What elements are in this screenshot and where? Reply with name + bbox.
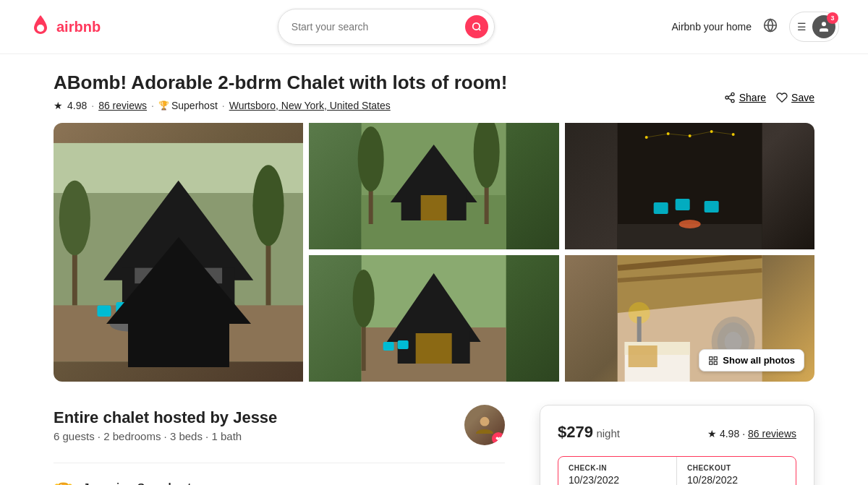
svg-rect-55 xyxy=(398,340,409,349)
svg-point-0 xyxy=(37,25,44,32)
svg-rect-17 xyxy=(135,304,148,316)
svg-point-21 xyxy=(59,181,90,256)
svg-rect-28 xyxy=(421,195,447,220)
logo-text: airbnb xyxy=(56,19,101,35)
listing-left: Entire chalet hosted by Jesse 6 guests ·… xyxy=(54,405,505,485)
show-photos-label: Show all photos xyxy=(723,355,795,366)
price-row: $279 night ★ 4.98 · 86 reviews xyxy=(558,423,796,442)
svg-rect-67 xyxy=(628,345,657,367)
per-night-label: night xyxy=(596,427,620,439)
svg-rect-12 xyxy=(163,280,194,306)
booking-rating: ★ 4.98 · 86 reviews xyxy=(707,428,796,439)
photo-grid: Show all photos xyxy=(54,123,814,382)
host-heart-icon: ❤ xyxy=(492,432,505,445)
globe-icon[interactable] xyxy=(763,18,778,36)
svg-rect-69 xyxy=(637,317,641,342)
svg-point-3 xyxy=(822,22,826,26)
svg-rect-54 xyxy=(383,342,394,351)
superhost-badge: 🏆 Superhost xyxy=(158,100,218,111)
svg-rect-45 xyxy=(675,199,689,210)
superhost-icon: 🏆 xyxy=(158,100,169,111)
user-menu[interactable]: ☰ 3 xyxy=(789,12,839,42)
svg-rect-53 xyxy=(416,333,452,364)
rating-value: 4.98 xyxy=(67,100,87,111)
checkout-box[interactable]: CHECKOUT 10/28/2022 xyxy=(677,457,796,485)
booking-rating-value: 4.98 xyxy=(720,428,739,439)
svg-rect-18 xyxy=(153,302,167,314)
hosted-details: 6 guests · 2 bedrooms · 3 beds · 1 bath xyxy=(54,430,277,442)
svg-rect-72 xyxy=(710,361,712,364)
notification-badge: 3 xyxy=(827,12,838,24)
svg-rect-15 xyxy=(97,305,111,317)
superhost-title: Jesse is a Superhost xyxy=(83,481,505,485)
svg-point-6 xyxy=(731,99,734,102)
superhost-label: Superhost xyxy=(171,100,218,111)
svg-point-5 xyxy=(726,96,728,99)
hosted-by-section: Entire chalet hosted by Jesse 6 guests ·… xyxy=(54,405,505,463)
logo-icon xyxy=(29,14,52,40)
svg-rect-13 xyxy=(135,268,153,284)
listing-actions: Share Save xyxy=(724,92,814,103)
svg-point-4 xyxy=(731,93,734,95)
hosted-title: Entire chalet hosted by Jesse xyxy=(54,408,277,427)
superhost-section: 🏆 Jesse is a Superhost Superhosts are ex… xyxy=(54,463,505,485)
location-link[interactable]: Wurtsboro, New York, United States xyxy=(229,100,391,111)
svg-point-57 xyxy=(353,270,375,327)
header-right: Airbnb your home ☰ 3 xyxy=(671,12,839,42)
svg-rect-16 xyxy=(116,302,129,314)
svg-rect-11 xyxy=(122,268,234,306)
host-avatar[interactable]: ❤ xyxy=(464,405,505,445)
search-input[interactable] xyxy=(292,21,458,33)
photo-bottom-right-1[interactable] xyxy=(309,255,558,382)
checkin-date: 10/23/2022 xyxy=(569,474,666,485)
svg-point-74 xyxy=(480,417,490,426)
save-button[interactable]: Save xyxy=(776,92,814,103)
photo-main[interactable] xyxy=(54,123,303,382)
airbnb-home-link[interactable]: Airbnb your home xyxy=(671,21,752,33)
photo-bottom-right-2[interactable]: Show all photos xyxy=(565,255,814,382)
svg-rect-14 xyxy=(203,268,222,284)
share-button[interactable]: Share xyxy=(724,92,766,103)
booking-card: $279 night ★ 4.98 · 86 reviews CHECK-IN … xyxy=(540,405,814,485)
svg-point-19 xyxy=(110,317,148,332)
search-button[interactable] xyxy=(465,15,488,38)
checkout-label: CHECKOUT xyxy=(687,464,786,472)
star-icon: ★ xyxy=(54,100,63,111)
booking-star-icon: ★ xyxy=(707,428,717,439)
share-label: Share xyxy=(739,92,766,103)
svg-rect-73 xyxy=(714,361,717,364)
show-all-photos-button[interactable]: Show all photos xyxy=(699,349,804,372)
price-amount: $279 xyxy=(558,423,593,441)
checkin-box[interactable]: CHECK-IN 10/23/2022 xyxy=(558,457,677,485)
svg-rect-71 xyxy=(714,356,717,359)
checkout-date: 10/28/2022 xyxy=(687,474,786,485)
save-label: Save xyxy=(791,92,814,103)
svg-point-23 xyxy=(252,165,284,246)
title-row: ABomb! Adorable 2-bdrm Chalet with lots … xyxy=(54,72,814,123)
photo-top-right-2[interactable] xyxy=(565,123,814,249)
booking-reviews-link[interactable]: 86 reviews xyxy=(748,428,796,439)
superhost-trophy-icon: 🏆 xyxy=(54,482,73,485)
logo-area[interactable]: airbnb xyxy=(29,14,101,40)
avatar: 3 xyxy=(812,15,835,38)
listing-title: ABomb! Adorable 2-bdrm Chalet with lots … xyxy=(54,72,507,94)
svg-rect-70 xyxy=(710,356,712,359)
svg-point-31 xyxy=(358,126,384,192)
photo-top-right-1[interactable] xyxy=(309,123,558,249)
listing-body: Entire chalet hosted by Jesse 6 guests ·… xyxy=(54,405,814,485)
svg-point-1 xyxy=(473,23,480,30)
header: airbnb Airbnb your home ☰ 3 xyxy=(0,0,868,54)
svg-point-48 xyxy=(678,220,700,228)
svg-rect-9 xyxy=(54,305,303,361)
hamburger-icon: ☰ xyxy=(797,21,807,33)
dates-grid[interactable]: CHECK-IN 10/23/2022 CHECKOUT 10/28/2022 xyxy=(558,456,796,485)
svg-rect-46 xyxy=(704,201,718,213)
checkin-label: CHECK-IN xyxy=(569,464,666,472)
main-content: ABomb! Adorable 2-bdrm Chalet with lots … xyxy=(36,54,832,485)
search-bar[interactable] xyxy=(278,9,495,45)
svg-rect-44 xyxy=(653,202,668,214)
listing-meta: ★ 4.98 · 86 reviews · 🏆 Superhost · Wurt… xyxy=(54,100,507,111)
review-count-link[interactable]: 86 reviews xyxy=(98,100,147,111)
